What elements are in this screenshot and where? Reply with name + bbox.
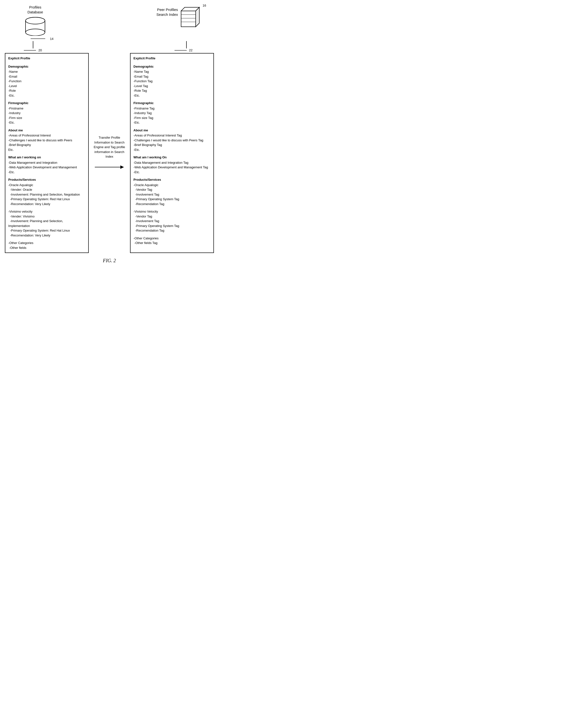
left-s1-i2: -Email — [8, 74, 85, 79]
right-s1-i1: -Name Tag — [133, 69, 210, 74]
profiles-db-col: Profiles Database 14 — [24, 5, 46, 41]
left-s1-i6: -Etc. — [8, 93, 85, 98]
right-s3-i3: -Brief Biography Tag — [133, 143, 210, 147]
right-s2-i1: -Firstname Tag — [133, 106, 210, 111]
left-s2-i3: -Firm size — [8, 116, 85, 120]
line-down-right — [186, 41, 187, 48]
left-s5-i3: -Involvement: Planning and Selection, Ne… — [8, 192, 85, 197]
middle-transfer-area: Transfer Profile Information to Search E… — [89, 53, 130, 253]
left-s1-title: Demographic — [8, 64, 85, 69]
right-s3-i2: -Challenges I would like to discuss with… — [133, 138, 210, 143]
left-s4-i1: -Data Management and Integration — [8, 160, 85, 165]
left-s5-i9: -Primary Operating System: Red Hat Linux — [8, 228, 85, 233]
left-s5-i1: -Oracle Aqualogic — [8, 183, 85, 187]
left-s4-i2: -Web Application Development and Managem… — [8, 165, 85, 170]
ref-numbers-row: 20 22 — [5, 48, 214, 52]
right-s5-title: Products/Services — [133, 177, 210, 182]
diagram: Profiles Database 14 16 — [5, 5, 214, 263]
left-s3-i3: -Brief Biography — [8, 143, 85, 147]
arrow-right-icon — [93, 163, 125, 171]
left-s5-i7: -Vender: Vivisimo — [8, 214, 85, 219]
figure-caption: FIG. 2 — [5, 258, 214, 263]
left-s3-i1: -Areas of Professional Interest — [8, 133, 85, 138]
right-s2-i3: -Firm size Tag — [133, 116, 210, 120]
left-s1-i1: -Name — [8, 69, 85, 74]
left-section-3: About me -Areas of Professional Interest… — [8, 128, 85, 152]
left-s2-title: Firmographic — [8, 101, 85, 105]
right-s1-i3: -Function Tag — [133, 79, 210, 84]
left-profile-box: Explicit Profile Demographic -Name -Emai… — [5, 53, 89, 253]
right-section-1: Demographic -Name Tag -Email Tag -Functi… — [133, 64, 210, 98]
connector-refs — [5, 41, 214, 48]
ref-14: 14 — [50, 37, 54, 41]
right-s5-i8: -Involvement Tag — [133, 219, 210, 223]
peer-profiles-col: 16 Peer Profiles Search Index — [156, 5, 202, 41]
left-s3-title: About me — [8, 128, 85, 133]
ref-22-line — [174, 48, 189, 52]
right-s1-i2: -Email Tag — [133, 74, 210, 79]
left-s6-i2: -Other fields — [8, 245, 85, 250]
left-s5-i4: -Primary Operating System: Red Hat Linux — [8, 197, 85, 202]
left-s5-title: Products/Services — [8, 177, 85, 182]
right-s3-i1: -Areas of Professional Interest Tag — [133, 133, 210, 138]
svg-point-4 — [25, 29, 45, 36]
right-s4-i1: -Data Management and Integration Tag — [133, 160, 210, 165]
left-section-5: Products/Services -Oracle Aqualogic -Ven… — [8, 177, 85, 238]
right-s3-i4: -Etc. — [133, 147, 210, 152]
right-s4-title: What am I working On — [133, 155, 210, 160]
right-s6-i2: -Other fields Tag — [133, 241, 210, 245]
left-s1-i3: -Function — [8, 79, 85, 84]
right-s4-i3: -Etc. — [133, 170, 210, 175]
left-s2-i4: -Etc. — [8, 120, 85, 125]
svg-rect-13 — [33, 41, 33, 48]
main-content: Explicit Profile Demographic -Name -Emai… — [5, 53, 214, 253]
left-s5-i10: -Recomendation: Very Likely — [8, 233, 85, 238]
transfer-label: Transfer Profile Information to Search E… — [93, 135, 125, 159]
right-s4-i2: -Web Application Development and Managem… — [133, 165, 210, 170]
right-section-6: -Other Categories -Other fields Tag — [133, 236, 210, 245]
left-box-header: Explicit Profile — [8, 56, 85, 61]
left-s5-i8: -Involvement: Planning and Selection, Im… — [8, 219, 85, 228]
left-s3-i4: Etc. — [8, 147, 85, 152]
left-s1-i5: -Role — [8, 88, 85, 93]
right-section-3: About me -Areas of Professional Interest… — [133, 128, 210, 152]
left-section-1: Demographic -Name -Email -Function -Leve… — [8, 64, 85, 98]
right-s5-i5: -Recomendation Tag — [133, 202, 210, 206]
right-s2-i4: -Etc. — [133, 120, 210, 125]
ref-22: 22 — [189, 48, 192, 52]
top-icons-row: Profiles Database 14 16 — [5, 5, 214, 41]
left-s5-i6: -Vivisimo velocity — [8, 209, 85, 214]
ref-14-line — [30, 36, 50, 41]
right-s5-i6: -Vivisimo Velocity — [133, 209, 210, 214]
left-s2-i2: -Industry — [8, 111, 85, 116]
left-section-2: Firmographic -Firstname -Industry -Firm … — [8, 101, 85, 125]
right-s5-i7: -Vendor Tag — [133, 214, 210, 219]
right-box-header: Explicit Profile — [133, 56, 210, 61]
left-s3-i2: -Challenges I would like to discuss with… — [8, 138, 85, 143]
left-section-4: What am I working on -Data Management an… — [8, 155, 85, 175]
peer-profiles-label: Peer Profiles Search Index — [156, 7, 178, 17]
profiles-db-label: Profiles Database — [27, 5, 43, 14]
right-s5-i1: -Oracle Aqualogic — [133, 183, 210, 187]
svg-marker-18 — [120, 165, 124, 169]
svg-rect-7 — [181, 11, 196, 27]
right-profile-box: Explicit Profile Demographic -Name Tag -… — [130, 53, 214, 253]
right-s1-i6: -Etc. — [133, 93, 210, 98]
left-s4-i3: -Etc. — [8, 170, 85, 175]
left-s1-i4: -Level — [8, 84, 85, 88]
right-s5-i4: -Primary Operating System Tag — [133, 197, 210, 202]
ref-16: 16 — [203, 4, 206, 7]
right-section-2: Firmographic -Firstname Tag -Industry Ta… — [133, 101, 210, 125]
right-s6-i1: -Other Categories — [133, 236, 210, 241]
right-s1-i5: -Role Tag — [133, 88, 210, 93]
ref-20-line — [24, 48, 38, 52]
svg-rect-14 — [186, 41, 187, 48]
svg-point-5 — [25, 17, 45, 24]
svg-marker-9 — [196, 7, 199, 27]
server-icon — [180, 6, 202, 28]
left-s5-i2: -Vender: Oracle — [8, 187, 85, 192]
right-section-5: Products/Services -Oracle Aqualogic -Ven… — [133, 177, 210, 233]
right-s1-i4: -Level Tag — [133, 84, 210, 88]
right-s5-i9: -Primary Operating System Tag — [133, 223, 210, 228]
right-s2-i2: -Industry Tag — [133, 111, 210, 116]
